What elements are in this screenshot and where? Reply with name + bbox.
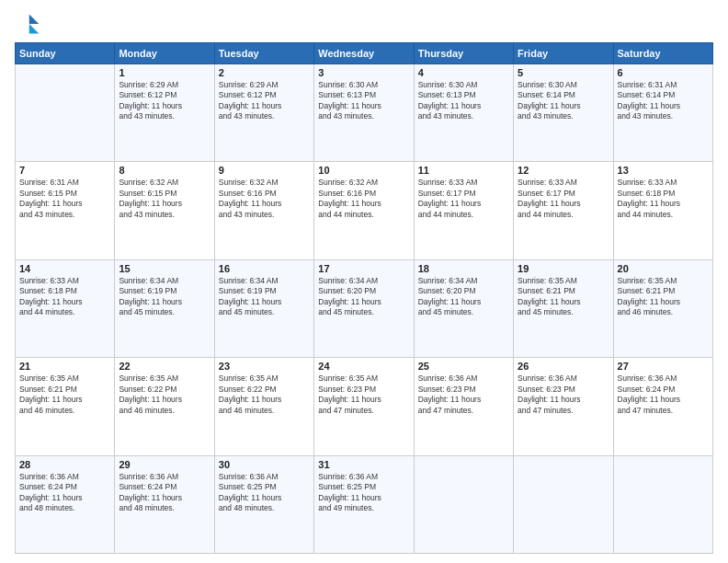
day-info: Sunrise: 6:32 AMSunset: 6:15 PMDaylight:… [119,178,210,220]
col-header-tuesday: Tuesday [214,43,313,64]
week-row-3: 14Sunrise: 6:33 AMSunset: 6:18 PMDayligh… [16,259,713,357]
day-number: 2 [219,67,310,78]
day-info: Sunrise: 6:36 AMSunset: 6:24 PMDaylight:… [19,472,110,514]
day-info: Sunrise: 6:35 AMSunset: 6:21 PMDaylight:… [19,373,110,416]
day-info: Sunrise: 6:34 AMSunset: 6:19 PMDaylight:… [219,276,310,318]
day-cell: 13Sunrise: 6:33 AMSunset: 6:18 PMDayligh… [613,162,712,259]
day-number: 5 [518,67,609,78]
day-cell [514,455,613,553]
day-number: 22 [119,361,210,372]
day-number: 15 [119,263,210,274]
week-row-5: 28Sunrise: 6:36 AMSunset: 6:24 PMDayligh… [16,455,713,553]
day-cell: 16Sunrise: 6:34 AMSunset: 6:19 PMDayligh… [214,259,313,357]
day-cell: 31Sunrise: 6:36 AMSunset: 6:25 PMDayligh… [314,455,414,553]
day-info: Sunrise: 6:34 AMSunset: 6:19 PMDaylight:… [119,276,210,318]
day-info: Sunrise: 6:31 AMSunset: 6:14 PMDaylight:… [618,80,709,122]
day-cell: 6Sunrise: 6:31 AMSunset: 6:14 PMDaylight… [613,64,712,162]
day-cell: 26Sunrise: 6:36 AMSunset: 6:23 PMDayligh… [514,358,613,455]
day-number: 31 [318,459,409,470]
col-header-wednesday: Wednesday [314,43,414,64]
day-info: Sunrise: 6:33 AMSunset: 6:18 PMDaylight:… [19,276,110,318]
day-number: 26 [518,361,609,372]
day-cell: 23Sunrise: 6:35 AMSunset: 6:22 PMDayligh… [214,358,313,455]
day-cell: 1Sunrise: 6:29 AMSunset: 6:12 PMDaylight… [115,64,214,162]
day-cell: 22Sunrise: 6:35 AMSunset: 6:22 PMDayligh… [115,358,214,455]
day-info: Sunrise: 6:36 AMSunset: 6:23 PMDaylight:… [418,373,509,416]
day-number: 9 [219,165,310,176]
day-cell: 19Sunrise: 6:35 AMSunset: 6:21 PMDayligh… [514,259,613,357]
day-info: Sunrise: 6:34 AMSunset: 6:20 PMDaylight:… [418,276,509,318]
day-cell: 5Sunrise: 6:30 AMSunset: 6:14 PMDaylight… [514,64,613,162]
day-info: Sunrise: 6:35 AMSunset: 6:23 PMDaylight:… [318,373,409,416]
day-cell: 30Sunrise: 6:36 AMSunset: 6:25 PMDayligh… [214,455,313,553]
day-cell: 24Sunrise: 6:35 AMSunset: 6:23 PMDayligh… [314,358,414,455]
day-cell: 29Sunrise: 6:36 AMSunset: 6:24 PMDayligh… [115,455,214,553]
day-info: Sunrise: 6:31 AMSunset: 6:15 PMDaylight:… [19,178,110,220]
day-info: Sunrise: 6:34 AMSunset: 6:20 PMDaylight:… [318,276,409,318]
day-cell: 27Sunrise: 6:36 AMSunset: 6:24 PMDayligh… [613,358,712,455]
day-cell: 11Sunrise: 6:33 AMSunset: 6:17 PMDayligh… [414,162,513,259]
day-info: Sunrise: 6:35 AMSunset: 6:22 PMDaylight:… [219,373,310,416]
day-number: 3 [318,67,409,78]
logo [15,11,44,37]
day-cell: 17Sunrise: 6:34 AMSunset: 6:20 PMDayligh… [314,259,414,357]
day-info: Sunrise: 6:32 AMSunset: 6:16 PMDaylight:… [318,178,409,220]
day-number: 20 [618,263,709,274]
week-row-4: 21Sunrise: 6:35 AMSunset: 6:21 PMDayligh… [16,358,713,455]
day-info: Sunrise: 6:33 AMSunset: 6:17 PMDaylight:… [418,178,509,220]
day-number: 21 [19,361,110,372]
day-number: 30 [219,459,310,470]
day-info: Sunrise: 6:36 AMSunset: 6:25 PMDaylight:… [219,472,310,514]
day-number: 8 [119,165,210,176]
day-number: 17 [318,263,409,274]
day-number: 27 [618,361,709,372]
day-info: Sunrise: 6:30 AMSunset: 6:13 PMDaylight:… [418,80,509,122]
day-cell: 8Sunrise: 6:32 AMSunset: 6:15 PMDaylight… [115,162,214,259]
day-number: 4 [418,67,509,78]
day-number: 25 [418,361,509,372]
day-info: Sunrise: 6:35 AMSunset: 6:22 PMDaylight:… [119,373,210,416]
logo-icon [15,11,40,37]
calendar-table: SundayMondayTuesdayWednesdayThursdayFrid… [15,42,713,554]
week-row-2: 7Sunrise: 6:31 AMSunset: 6:15 PMDaylight… [16,162,713,259]
day-info: Sunrise: 6:35 AMSunset: 6:21 PMDaylight:… [518,276,609,318]
day-info: Sunrise: 6:30 AMSunset: 6:13 PMDaylight:… [318,80,409,122]
day-info: Sunrise: 6:29 AMSunset: 6:12 PMDaylight:… [219,80,310,122]
day-number: 6 [618,67,709,78]
day-number: 14 [19,263,110,274]
day-info: Sunrise: 6:32 AMSunset: 6:16 PMDaylight:… [219,178,310,220]
day-number: 18 [418,263,509,274]
day-cell: 7Sunrise: 6:31 AMSunset: 6:15 PMDaylight… [16,162,115,259]
day-cell: 2Sunrise: 6:29 AMSunset: 6:12 PMDaylight… [214,64,313,162]
day-cell: 20Sunrise: 6:35 AMSunset: 6:21 PMDayligh… [613,259,712,357]
day-cell: 28Sunrise: 6:36 AMSunset: 6:24 PMDayligh… [16,455,115,553]
day-info: Sunrise: 6:35 AMSunset: 6:21 PMDaylight:… [618,276,709,318]
day-number: 19 [518,263,609,274]
day-cell: 21Sunrise: 6:35 AMSunset: 6:21 PMDayligh… [16,358,115,455]
day-number: 10 [318,165,409,176]
day-cell: 15Sunrise: 6:34 AMSunset: 6:19 PMDayligh… [115,259,214,357]
day-number: 29 [119,459,210,470]
day-info: Sunrise: 6:36 AMSunset: 6:25 PMDaylight:… [318,472,409,514]
page: SundayMondayTuesdayWednesdayThursdayFrid… [0,0,728,563]
col-header-monday: Monday [115,43,214,64]
svg-marker-0 [29,15,40,25]
svg-marker-1 [29,24,40,34]
day-number: 28 [19,459,110,470]
col-header-thursday: Thursday [414,43,513,64]
col-header-sunday: Sunday [16,43,115,64]
day-cell: 12Sunrise: 6:33 AMSunset: 6:17 PMDayligh… [514,162,613,259]
day-number: 23 [219,361,310,372]
day-info: Sunrise: 6:30 AMSunset: 6:14 PMDaylight:… [518,80,609,122]
day-info: Sunrise: 6:33 AMSunset: 6:18 PMDaylight:… [618,178,709,220]
day-number: 24 [318,361,409,372]
col-header-saturday: Saturday [613,43,712,64]
day-cell [414,455,513,553]
day-cell: 14Sunrise: 6:33 AMSunset: 6:18 PMDayligh… [16,259,115,357]
day-number: 7 [19,165,110,176]
day-info: Sunrise: 6:29 AMSunset: 6:12 PMDaylight:… [119,80,210,122]
day-cell [613,455,712,553]
day-number: 12 [518,165,609,176]
day-info: Sunrise: 6:36 AMSunset: 6:24 PMDaylight:… [119,472,210,514]
header-row: SundayMondayTuesdayWednesdayThursdayFrid… [16,43,713,64]
